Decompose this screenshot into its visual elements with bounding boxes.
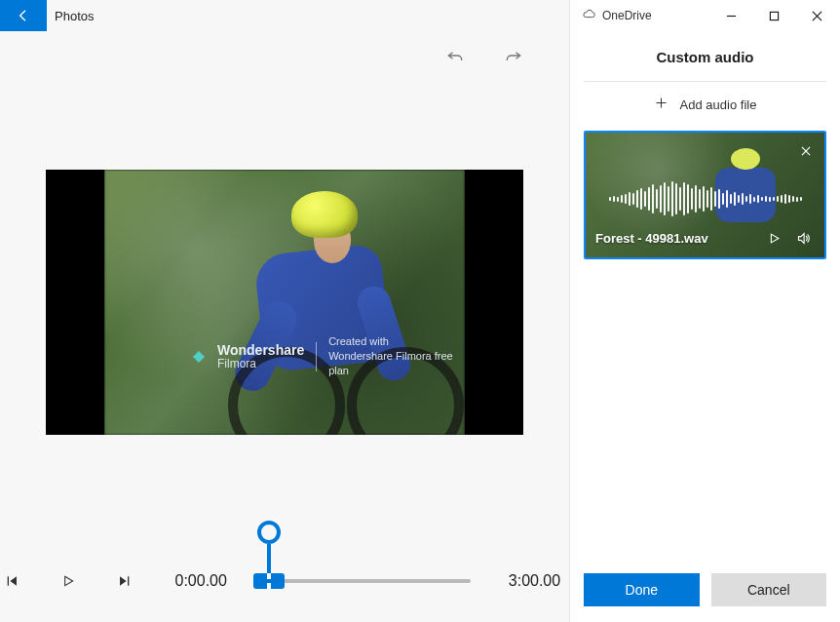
redo-button[interactable] [497, 39, 530, 72]
svg-rect-5 [128, 576, 129, 585]
current-time: 0:00.00 [167, 572, 236, 590]
filmora-logo-icon [190, 348, 208, 366]
watermark-brand-1: Wondershare [217, 342, 304, 358]
svg-marker-2 [11, 576, 18, 585]
svg-marker-3 [65, 576, 73, 585]
total-time: 3:00.00 [500, 572, 569, 590]
back-button[interactable] [0, 0, 47, 31]
svg-marker-14 [771, 234, 779, 243]
audio-clip-card[interactable]: Forest - 49981.wav [584, 131, 826, 259]
watermark-brand-2: Filmora [217, 358, 304, 371]
custom-audio-panel: OneDrive Custom audio Add audio file [569, 0, 840, 622]
waveform-icon [593, 179, 817, 218]
window-close-button[interactable] [795, 2, 838, 29]
transport-bar: 0:00.00 3:00.00 [0, 567, 569, 595]
timeline-scrubber[interactable] [253, 521, 285, 589]
remove-audio-button[interactable] [795, 140, 817, 162]
svg-marker-4 [120, 576, 127, 585]
window-maximize-button[interactable] [752, 2, 795, 29]
plus-icon [654, 96, 668, 113]
video-watermark: Wondershare Filmora Created with Wonders… [190, 334, 465, 378]
audio-filename: Forest - 49981.wav [595, 231, 756, 246]
app-title: Photos [47, 9, 94, 23]
svg-rect-7 [770, 12, 778, 19]
play-button[interactable] [56, 567, 82, 595]
undo-button[interactable] [439, 39, 472, 72]
editor-pane: Photos [0, 0, 569, 622]
svg-rect-1 [8, 576, 9, 585]
divider [584, 81, 826, 82]
video-player[interactable]: Wondershare Filmora Created with Wonders… [46, 170, 523, 435]
video-player-stage: Wondershare Filmora Created with Wonders… [0, 76, 569, 435]
cancel-button[interactable]: Cancel [711, 573, 827, 606]
add-audio-button[interactable]: Add audio file [584, 88, 826, 131]
prev-frame-button[interactable] [0, 567, 26, 595]
done-button[interactable]: Done [584, 573, 700, 606]
svg-marker-0 [193, 351, 205, 363]
panel-title: Custom audio [584, 43, 826, 81]
audio-play-button[interactable] [762, 226, 785, 250]
panel-footer: Done Cancel [570, 562, 840, 622]
audio-volume-button[interactable] [791, 226, 815, 250]
watermark-subline: Wondershare Filmora free plan [328, 349, 465, 378]
add-audio-label: Add audio file [680, 97, 757, 112]
cloud-icon [582, 7, 596, 24]
next-frame-button[interactable] [111, 567, 137, 595]
editor-toolbar [0, 31, 569, 76]
svg-marker-15 [798, 233, 804, 243]
app-header: Photos [0, 0, 569, 31]
watermark-created-with: Created with [328, 334, 465, 349]
window-titlebar: OneDrive [570, 0, 840, 31]
onedrive-indicator[interactable]: OneDrive [578, 7, 652, 24]
window-minimize-button[interactable] [709, 2, 752, 29]
timeline-track[interactable] [265, 579, 471, 583]
onedrive-label: OneDrive [602, 9, 652, 22]
